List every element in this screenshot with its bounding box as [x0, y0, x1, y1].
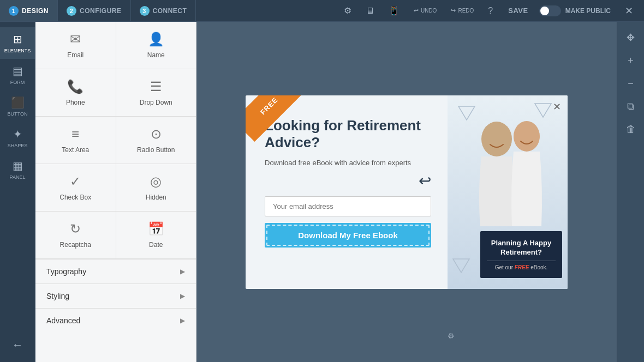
mobile-view-button[interactable]: 📱: [384, 3, 404, 18]
move-icon: ✥: [627, 32, 635, 44]
nav-right-controls: ⚙ 🖥 📱 ↩ UNDO ↪ REDO ? SAVE MAKE PUBLIC ✕: [339, 3, 644, 19]
form-elements-grid: ✉ Email 👤 Name 📞 Phone ☰ Drop Down ≡ Tex…: [35, 22, 196, 259]
dropdown-label: Drop Down: [140, 99, 172, 106]
radio-label: Radio Button: [137, 146, 175, 154]
phone-label: Phone: [66, 99, 85, 106]
tab-design[interactable]: 1 DESIGN: [0, 0, 58, 21]
checkbox-label: Check Box: [59, 194, 91, 201]
trash-icon: 🗑: [626, 124, 636, 135]
book-card-subtitle: Get our FREE eBook.: [487, 264, 556, 270]
settings-button[interactable]: ⚙: [339, 3, 356, 18]
grid-item-recaptcha[interactable]: ↻ Recaptcha: [35, 212, 116, 258]
tab-design-num: 1: [9, 6, 19, 16]
cta-button-wrapper: Download My Free Ebook: [265, 223, 431, 248]
popup-overlay: ✕ Looking for Retirement Advice? Downloa…: [246, 95, 568, 289]
name-label: Name: [147, 51, 165, 59]
svg-point-3: [481, 122, 512, 156]
recaptcha-label: Recaptcha: [60, 241, 91, 249]
advanced-label: Advanced: [46, 316, 80, 325]
book-free-text: FREE: [515, 264, 529, 270]
shapes-label: SHAPES: [8, 143, 28, 148]
form-icon: ▤: [13, 64, 23, 77]
typography-label: Typography: [46, 267, 86, 276]
move-tool-button[interactable]: ✥: [621, 27, 641, 48]
cta-download-button[interactable]: Download My Free Ebook: [265, 223, 431, 248]
panel-shapes[interactable]: ✦ SHAPES: [0, 122, 35, 154]
close-button[interactable]: ✕: [621, 3, 637, 19]
shapes-icon: ✦: [13, 128, 22, 141]
save-button[interactable]: SAVE: [503, 4, 533, 17]
styling-section: Styling ▶: [35, 283, 196, 308]
grid-item-textarea[interactable]: ≡ Text Area: [35, 117, 116, 164]
typography-section: Typography ▶: [35, 259, 196, 283]
advanced-section: Advanced ▶: [35, 308, 196, 333]
redo-button[interactable]: ↪ REDO: [446, 5, 478, 16]
svg-marker-2: [453, 259, 469, 273]
back-button[interactable]: ←: [12, 333, 23, 357]
date-label: Date: [149, 241, 163, 249]
checkbox-icon: ✓: [70, 174, 81, 189]
book-card-title: Planning A Happy Retirement?: [487, 239, 556, 257]
grid-item-hidden[interactable]: ◎ Hidden: [116, 164, 196, 211]
back-icon: ←: [12, 339, 23, 351]
main-layout: ⊞ ELEMENTS ▤ FORM ⬛ BUTTON ✦ SHAPES ▦ PA…: [0, 22, 644, 362]
recaptcha-icon: ↻: [70, 221, 81, 237]
remove-tool-button[interactable]: −: [621, 73, 641, 94]
grid-item-name[interactable]: 👤 Name: [116, 22, 196, 69]
panel-label: PANEL: [10, 174, 26, 180]
undo-button[interactable]: ↩ UNDO: [409, 5, 441, 16]
email-icon: ✉: [70, 32, 81, 47]
styling-label: Styling: [46, 292, 69, 300]
make-public-toggle[interactable]: MAKE PUBLIC: [539, 5, 611, 16]
book-card: Planning A Happy Retirement? Get our FRE…: [480, 231, 562, 278]
typography-section-header[interactable]: Typography ▶: [35, 260, 196, 283]
popup-subtitle: Download free eBook with advice from exp…: [265, 158, 431, 168]
book-subtitle-post: eBook.: [529, 264, 547, 270]
email-input[interactable]: [265, 196, 431, 216]
delete-tool-button[interactable]: 🗑: [621, 119, 641, 140]
tab-connect-num: 3: [140, 6, 150, 16]
form-label: FORM: [10, 80, 25, 85]
tab-configure[interactable]: 2 CONFIGURE: [58, 0, 131, 21]
grid-item-checkbox[interactable]: ✓ Check Box: [35, 164, 116, 211]
tab-connect[interactable]: 3 CONNECT: [131, 0, 196, 21]
left-panel: ⊞ ELEMENTS ▤ FORM ⬛ BUTTON ✦ SHAPES ▦ PA…: [0, 22, 35, 362]
styling-section-header[interactable]: Styling ▶: [35, 284, 196, 308]
panel-form[interactable]: ▤ FORM: [0, 59, 35, 90]
popup-arrow-icon: ↩: [265, 172, 431, 190]
popup-title: Looking for Retirement Advice?: [265, 117, 431, 151]
tab-configure-num: 2: [67, 6, 76, 16]
svg-marker-1: [535, 104, 551, 117]
panel-elements[interactable]: ⊞ ELEMENTS: [0, 27, 35, 59]
free-ribbon: [246, 95, 289, 139]
tab-design-label: DESIGN: [22, 7, 49, 15]
radio-icon: ⊙: [151, 126, 162, 142]
grid-item-phone[interactable]: 📞 Phone: [35, 69, 116, 116]
toggle-switch-control[interactable]: [539, 5, 561, 16]
advanced-arrow: ▶: [180, 317, 185, 324]
dropdown-icon: ☰: [150, 79, 162, 94]
book-card-divider: [487, 261, 556, 261]
canvas-area: ⚙ ⚙ ↻ ✕ Looking for Retirement Advice? D…: [196, 22, 617, 362]
copy-tool-button[interactable]: ⧉: [621, 96, 641, 117]
grid-item-email[interactable]: ✉ Email: [35, 22, 116, 69]
canvas-gear2-icon[interactable]: ⚙: [448, 331, 455, 340]
grid-item-date[interactable]: 📅 Date: [116, 212, 196, 258]
panel-icon: ▦: [13, 159, 23, 172]
top-navigation: 1 DESIGN 2 CONFIGURE 3 CONNECT ⚙ 🖥 📱 ↩ U…: [0, 0, 644, 22]
svg-point-4: [514, 121, 540, 152]
advanced-section-header[interactable]: Advanced ▶: [35, 309, 196, 333]
grid-item-dropdown[interactable]: ☰ Drop Down: [116, 69, 196, 116]
add-tool-button[interactable]: +: [621, 50, 641, 71]
elements-icon: ⊞: [13, 33, 22, 46]
make-public-label: MAKE PUBLIC: [565, 7, 611, 15]
help-button[interactable]: ?: [484, 4, 497, 18]
grid-item-radio[interactable]: ⊙ Radio Button: [116, 117, 196, 164]
popup-right: Planning A Happy Retirement? Get our FRE…: [448, 95, 568, 289]
desktop-view-button[interactable]: 🖥: [361, 4, 379, 18]
panel-button[interactable]: ⬛ BUTTON: [0, 90, 35, 122]
panel-panel[interactable]: ▦ PANEL: [0, 154, 35, 185]
styling-arrow: ▶: [180, 292, 185, 300]
book-subtitle-pre: Get our: [495, 264, 515, 270]
popup-close-button[interactable]: ✕: [553, 101, 561, 113]
